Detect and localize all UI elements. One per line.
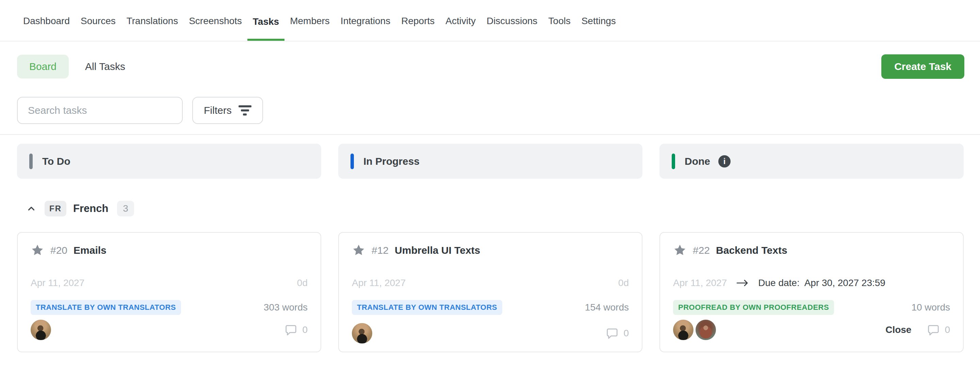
nav-item-sources[interactable]: Sources — [75, 16, 121, 41]
search-row: Filters — [17, 97, 964, 124]
task-type-tag: TRANSLATE BY OWN TRANSLATORS — [352, 300, 502, 315]
in-progress-status-bar — [350, 154, 354, 169]
nav-item-activity[interactable]: Activity — [440, 16, 481, 41]
task-title[interactable]: Backend Texts — [716, 245, 788, 256]
task-id: #22 — [693, 245, 710, 256]
due-date-label: Due date: — [758, 277, 799, 288]
comment-count: 0 — [624, 328, 629, 339]
star-icon[interactable] — [352, 244, 366, 257]
avatar[interactable] — [673, 320, 694, 340]
task-id: #20 — [50, 245, 67, 256]
task-days-badge: 0d — [618, 277, 629, 288]
task-title[interactable]: Umbrella UI Texts — [395, 245, 480, 256]
nav-item-screenshots[interactable]: Screenshots — [183, 16, 247, 41]
filters-button[interactable]: Filters — [192, 97, 263, 124]
task-created-date: Apr 11, 2027 — [30, 277, 84, 288]
todo-status-bar — [29, 154, 33, 169]
filter-icon — [239, 105, 251, 116]
comment-count: 0 — [945, 325, 950, 335]
nav-item-integrations[interactable]: Integrations — [335, 16, 396, 41]
comment-count: 0 — [302, 325, 308, 335]
avatar[interactable] — [352, 323, 372, 344]
word-count: 303 words — [264, 302, 308, 313]
filters-label: Filters — [204, 104, 232, 116]
view-toolbar: Board All Tasks Create Task — [17, 54, 964, 79]
task-cards: #20 Emails Apr 11, 2027 0d TRANSLATE BY … — [17, 232, 964, 352]
tab-board[interactable]: Board — [17, 55, 69, 79]
avatar[interactable] — [695, 320, 716, 340]
nav-item-tasks[interactable]: Tasks — [247, 16, 285, 41]
task-card-emails[interactable]: #20 Emails Apr 11, 2027 0d TRANSLATE BY … — [17, 232, 321, 352]
task-id: #12 — [372, 245, 388, 256]
assignee-avatars — [673, 320, 716, 340]
nav-item-members[interactable]: Members — [285, 16, 335, 41]
assignee-avatars — [30, 320, 51, 340]
language-name: French — [73, 203, 108, 215]
task-count-badge: 3 — [117, 201, 134, 217]
star-icon[interactable] — [673, 244, 687, 257]
column-header-done: Done i — [659, 144, 964, 179]
chevron-up-icon[interactable] — [26, 204, 37, 214]
comment-icon[interactable] — [927, 323, 940, 336]
assignee-avatars — [352, 323, 372, 344]
arrow-right-icon — [736, 278, 749, 288]
task-type-tag: PROOFREAD BY OWN PROOFREADERS — [673, 300, 834, 315]
task-card-backend-texts[interactable]: #22 Backend Texts Apr 11, 2027 Due date:… — [659, 232, 964, 352]
language-group-header: FR French 3 — [26, 200, 964, 217]
task-title[interactable]: Emails — [73, 245, 107, 256]
task-type-tag: TRANSLATE BY OWN TRANSLATORS — [30, 300, 181, 315]
column-label: Done — [685, 155, 710, 167]
column-label: In Progress — [363, 155, 420, 167]
comment-icon[interactable] — [606, 327, 619, 340]
task-days-badge: 0d — [297, 277, 308, 288]
create-task-button[interactable]: Create Task — [881, 54, 964, 79]
word-count: 154 words — [585, 302, 629, 313]
nav-item-dashboard[interactable]: Dashboard — [18, 16, 75, 41]
nav-item-settings[interactable]: Settings — [576, 16, 621, 41]
avatar[interactable] — [30, 320, 51, 340]
task-card-umbrella-ui-texts[interactable]: #12 Umbrella UI Texts Apr 11, 2027 0d TR… — [338, 232, 643, 352]
info-icon[interactable]: i — [718, 155, 730, 168]
board-columns: To Do In Progress Done i — [17, 144, 964, 179]
word-count: 10 words — [911, 302, 950, 313]
top-nav: Dashboard Sources Translations Screensho… — [0, 0, 980, 41]
nav-item-tools[interactable]: Tools — [543, 16, 576, 41]
nav-item-reports[interactable]: Reports — [396, 16, 440, 41]
tab-all-tasks[interactable]: All Tasks — [85, 61, 125, 72]
task-created-date: Apr 11, 2027 — [673, 277, 727, 288]
column-header-in-progress: In Progress — [338, 144, 643, 179]
language-code-badge: FR — [45, 201, 66, 217]
comment-icon[interactable] — [285, 323, 298, 336]
due-date-value: Apr 30, 2027 23:59 — [804, 277, 885, 288]
search-input[interactable] — [17, 97, 183, 124]
column-header-todo: To Do — [17, 144, 321, 179]
close-task-link[interactable]: Close — [885, 325, 911, 335]
divider — [0, 134, 980, 135]
column-label: To Do — [42, 155, 70, 167]
nav-item-discussions[interactable]: Discussions — [481, 16, 543, 41]
star-icon[interactable] — [30, 244, 44, 257]
task-created-date: Apr 11, 2027 — [352, 277, 406, 288]
done-status-bar — [672, 154, 675, 169]
nav-item-translations[interactable]: Translations — [121, 16, 183, 41]
